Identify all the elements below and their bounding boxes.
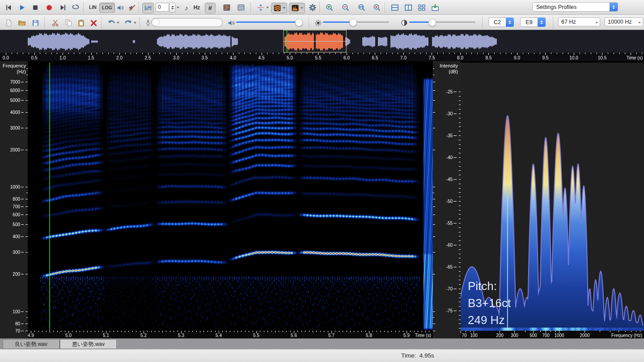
redo-button[interactable] [123,18,137,28]
export-view-button[interactable] [430,3,440,13]
undo-icon [107,18,116,27]
min-freq-value: 67 Hz [561,19,576,25]
record-button[interactable] [44,3,54,13]
combo-chevron-icon [595,21,599,25]
high-note-stepper-icon [538,17,546,27]
file-tab-bar: 良い姿勢.wav 悪い姿勢.wav [0,338,644,349]
skip-to-end-button[interactable] [58,3,68,13]
brightness-slider[interactable] [323,21,389,23]
max-freq-value: 10000 Hz [608,19,632,25]
status-bar: Time: 4.95s [0,349,644,362]
layout-grid-button[interactable] [417,3,427,13]
transpose-stepper[interactable] [169,3,176,13]
combo-chevron-icon [638,21,642,25]
undo-button[interactable] [106,18,120,28]
high-note-stepper[interactable]: E9 [520,17,546,27]
brightness-icon [314,19,322,27]
lin-scale-button[interactable]: LIN [87,3,99,12]
lin-label: LIN [89,4,97,10]
zoom-out-icon [341,3,350,12]
layout-rows-button[interactable] [390,3,400,13]
spectrogram-view-button[interactable] [271,3,287,13]
max-freq-combo[interactable]: 10000 Hz [605,17,643,26]
zoom-fit-width-button[interactable] [357,3,367,13]
contrast-slider-thumb[interactable] [428,19,436,26]
intensity-axis [433,61,461,338]
save-button[interactable] [30,18,40,28]
main-toolbar: LIN LOG ♪ Hz # [0,0,644,15]
settings-button[interactable] [308,3,318,13]
layout-columns-icon [404,3,413,12]
tab-file-1[interactable]: 良い姿勢.wav [3,339,59,349]
file-toolbar: C2 E9 67 Hz 10000 Hz [0,15,644,30]
cut-button[interactable] [50,18,60,28]
auto-scroll-button[interactable] [142,3,154,13]
redo-icon [124,18,133,27]
note-names-button[interactable]: ♪ [182,3,191,13]
note-icon: ♪ [185,4,188,12]
hz-label: Hz [194,4,200,11]
delete-button[interactable] [89,18,98,28]
tab-label: 良い姿勢.wav [15,341,47,348]
delete-icon [89,19,98,27]
tab-label: 悪い姿勢.wav [72,341,105,348]
zoom-reset-button[interactable] [372,3,382,13]
mic-level-slider[interactable] [151,18,223,27]
skip-to-start-button[interactable] [4,3,13,13]
stop-button[interactable] [30,3,40,13]
hz-display-button[interactable]: Hz [191,3,202,13]
brightness-button[interactable] [313,18,323,28]
zoom-in-button[interactable] [325,3,335,13]
settings-profiles-label: Settings Profiles [533,4,610,10]
contrast-button[interactable] [399,18,409,28]
sharp-notation-button[interactable]: # [205,3,216,13]
skip-start-icon [4,4,13,12]
split-view-icon [256,3,265,12]
volume-slider[interactable] [236,21,302,23]
sharp-label: # [208,4,212,12]
low-note-stepper-icon [506,17,514,27]
speaker-button[interactable] [115,3,125,13]
layout-rows-icon [390,3,399,12]
open-folder-icon [17,18,26,27]
play-button[interactable] [17,3,27,13]
piano-roll-view-button[interactable] [222,3,232,13]
low-note-stepper[interactable]: C2 [488,17,514,27]
split-view-button[interactable] [256,3,269,13]
contrast-slider[interactable] [409,21,475,23]
waveform-overview[interactable] [0,30,644,61]
spectrum-view-button[interactable] [289,3,305,13]
transpose-input[interactable] [156,3,169,12]
mic-slider-thumb[interactable] [152,19,159,26]
settings-profiles-select[interactable]: Settings Profiles [532,2,618,12]
copy-button[interactable] [64,18,73,28]
speaker-muted-icon [128,4,136,12]
spectrogram-plot[interactable] [28,61,433,338]
spectrum-plot[interactable] [461,61,644,338]
staff-view-button[interactable] [236,3,246,13]
mute-button[interactable] [127,3,137,13]
volume-button[interactable] [226,18,236,28]
status-time-readout: Time: 4.95s [401,352,434,359]
loop-icon [71,3,80,12]
layout-columns-button[interactable] [403,3,413,13]
speaker-icon [116,4,125,12]
open-file-button[interactable] [17,18,27,28]
zoom-out-button[interactable] [341,3,351,13]
tab-file-2-active[interactable]: 悪い姿勢.wav [60,339,117,349]
brightness-slider-thumb[interactable] [349,19,357,26]
zoom-fit-icon [357,3,366,12]
min-freq-combo[interactable]: 67 Hz [558,17,600,26]
paste-button[interactable] [76,18,86,28]
play-icon [18,4,26,12]
new-file-button[interactable] [4,18,13,28]
transpose-menu-button[interactable] [175,3,180,13]
loop-button[interactable] [71,3,80,13]
new-file-icon [4,19,13,27]
spectrum-icon [291,4,300,13]
copy-icon [64,19,73,27]
lines-icon [237,3,246,12]
overtone-analyzer-window: LIN LOG ♪ Hz # [0,0,644,362]
spectrogram-icon [273,4,282,13]
volume-slider-thumb[interactable] [295,19,303,26]
